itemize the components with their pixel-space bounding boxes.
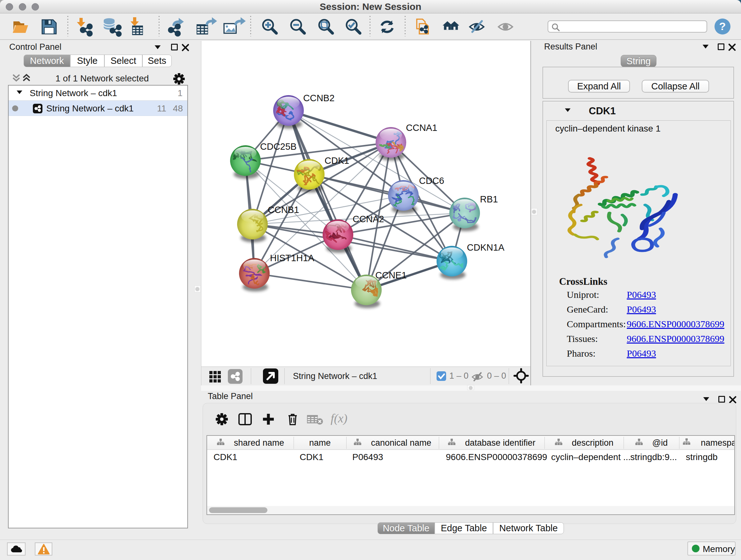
svg-text:CDK1: CDK1: [325, 155, 349, 166]
svg-text:CCNB1: CCNB1: [268, 205, 299, 215]
svg-text:CCNB2: CCNB2: [303, 93, 334, 103]
svg-text:RB1: RB1: [480, 194, 498, 204]
svg-text:CDC25B: CDC25B: [260, 141, 296, 152]
svg-text:CCNA1: CCNA1: [406, 123, 437, 133]
svg-text:?: ?: [719, 20, 726, 32]
svg-text:CCNA2: CCNA2: [353, 214, 384, 224]
svg-text:HIST1H1A: HIST1H1A: [270, 253, 314, 263]
svg-text:CDC6: CDC6: [419, 176, 444, 186]
svg-text:CCNE1: CCNE1: [375, 270, 407, 280]
svg-text:CDKN1A: CDKN1A: [467, 242, 504, 253]
